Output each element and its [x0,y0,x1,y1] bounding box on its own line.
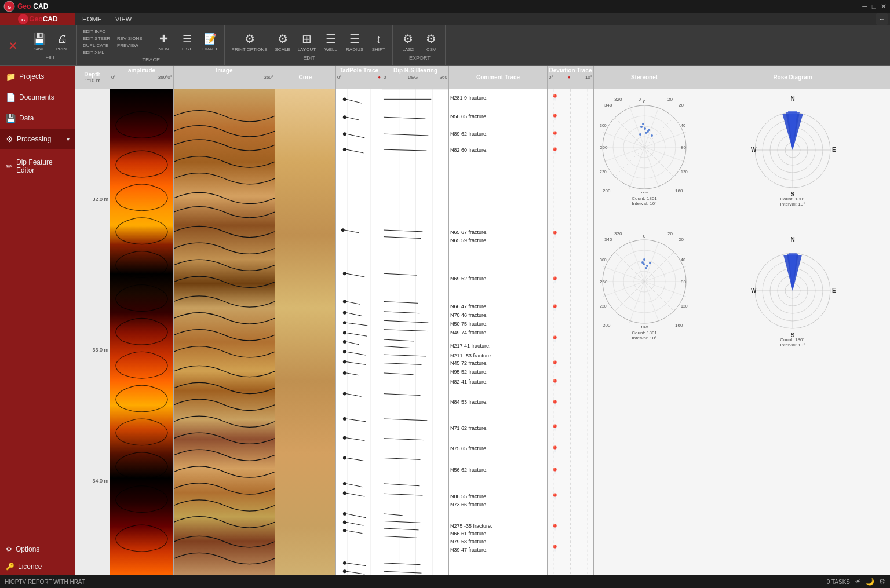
edit-sub-group: EDIT INFO EDIT STEER DUPLICATE EDIT XML [82,28,111,56]
stereonet-upper-count: Count: 1801 [600,196,690,201]
processing-icon: ⚙ [6,134,13,144]
svg-line-87 [384,563,420,565]
projects-icon: 📁 [6,72,16,81]
sidebar-item-options[interactable]: ⚙ Options [0,540,75,558]
shift-button[interactable]: ↕ SHIFT [368,31,389,54]
svg-point-31 [343,360,346,364]
svg-line-70 [384,320,428,323]
radius-button[interactable]: ☰ RADIUS [344,30,366,54]
svg-point-119 [640,126,643,128]
toolbar-export-row: ⚙ LAS2 ⚙ CSV [397,30,442,54]
svg-line-56 [346,571,365,574]
svg-point-158 [643,263,645,265]
content-area: Depth 1:10 m amplitude 0° 360°0° Image 3… [75,66,890,575]
comment-15: N82 41 fracture. [450,379,488,385]
rose-upper-interval: Interval: 10° [780,202,805,207]
svg-line-24 [346,323,368,326]
svg-text:0: 0 [643,99,645,104]
close-page-button[interactable]: ✕ [6,36,20,55]
close-button[interactable]: ✕ [881,2,887,10]
duplicate-button[interactable]: DUPLICATE [82,42,111,49]
draft-button[interactable]: 📝 DRAFT [200,31,221,53]
rose-upper-count: Count: 1801 [780,196,805,202]
svg-point-55 [343,569,346,573]
svg-text:0: 0 [643,233,645,239]
sidebar-item-data[interactable]: 💾 Data [0,108,75,129]
svg-line-52 [346,531,363,534]
amplitude-max: 360°0° [158,75,172,80]
amplitude-track-header: amplitude 0° 360°0° [110,66,174,89]
geocad-icon: G [3,1,15,12]
svg-point-51 [343,529,346,532]
svg-text:E: E [832,287,836,294]
edit-steer-button[interactable]: EDIT STEER [82,35,111,42]
sidebar-bottom: ⚙ Options 🔑 Licence [0,540,75,575]
scale-button[interactable]: ⚙ SCALE [272,30,293,54]
new-icon: ✚ [159,32,168,45]
amplitude-header-range: 0° 360°0° [110,75,173,80]
svg-line-81 [384,484,419,486]
svg-line-28 [346,342,359,345]
svg-point-37 [343,417,346,421]
list-button[interactable]: ☰ LIST [177,31,198,53]
main-layout: 📁 Projects 📄 Documents 💾 Data ⚙ Processi… [0,66,890,575]
processing-expand-icon: ▾ [67,136,70,143]
comment-22: N275 -35 fracture. [450,523,493,529]
svg-text:300: 300 [600,123,607,127]
sidebar-item-projects[interactable]: 📁 Projects [0,66,75,87]
image-track-header: Image 360° [174,66,275,89]
comment-16: N84 53 fracture. [450,399,488,405]
las2-button[interactable]: ⚙ LAS2 [397,30,418,54]
documents-icon: 📄 [6,93,16,102]
menu-home[interactable]: HOME [75,14,108,24]
edit-xml-button[interactable]: EDIT XML [82,49,111,56]
toolbar-trace-group: EDIT INFO EDIT STEER DUPLICATE EDIT XML … [78,25,225,65]
print-button[interactable]: 🖨 PRINT [52,31,73,53]
comment-12: N211 -53 fracture. [450,353,493,359]
svg-text:20: 20 [679,103,684,108]
comment-0: N281 9 fracture. [450,95,488,101]
sidebar-item-dip-editor[interactable]: ✏ Dip Feature Editor [0,152,75,180]
svg-line-80 [384,458,420,459]
depth-header-unit: 1:10 m [85,78,101,83]
stereonet-track-header: Stereonet [594,66,695,89]
statusbar-text: HIOPTV REPORT WITH HRAT [5,579,85,585]
sidebar-item-documents[interactable]: 📄 Documents [0,87,75,108]
svg-text:S: S [791,191,795,196]
preview-button[interactable]: PREVIEW [116,42,144,49]
comment-24: N79 58 fracture. [450,539,488,545]
sidebar-item-licence[interactable]: 🔑 Licence [0,558,75,575]
minimize-button[interactable]: ─ [862,2,867,10]
svg-text:80: 80 [681,279,686,284]
dip-track-body [382,89,449,575]
list-icon: ☰ [183,32,192,45]
new-button[interactable]: ✚ NEW [154,31,174,53]
svg-point-45 [343,491,346,495]
maximize-button[interactable]: □ [872,2,876,10]
svg-point-124 [644,127,646,130]
svg-point-9 [343,115,346,119]
stereonet-lower-count: Count: 1801 [600,330,690,335]
revisions-button[interactable]: REVISIONS [116,35,144,42]
print-options-button[interactable]: ⚙ PRINT OPTIONS [229,30,270,54]
svg-text:180: 180 [640,325,648,328]
layout-button[interactable]: ⊞ LAYOUT [296,30,318,54]
print-label: PRINT [56,46,70,52]
sidebar-item-processing[interactable]: ⚙ Processing ▾ [0,129,75,149]
edit-info-button[interactable]: EDIT INFO [82,28,111,35]
well-button[interactable]: ☰ WELL [320,30,341,54]
dip-header-range: 0 DEG 360 [382,75,448,80]
data-label: Data [19,114,34,122]
svg-point-15 [341,228,345,232]
menu-view[interactable]: VIEW [108,14,138,24]
svg-line-18 [346,273,365,277]
svg-point-11 [343,132,346,136]
save-button[interactable]: 💾 SAVE [29,31,50,53]
trace-group-label: TRACE [143,57,161,63]
csv-button[interactable]: ⚙ CSV [421,30,442,54]
amplitude-track-body [110,89,174,575]
deviation-header-label: Deviation Trace [548,66,593,75]
svg-text:20: 20 [668,231,673,236]
back-button[interactable]: ← [876,13,888,25]
rose-upper: N W E S [746,95,839,207]
